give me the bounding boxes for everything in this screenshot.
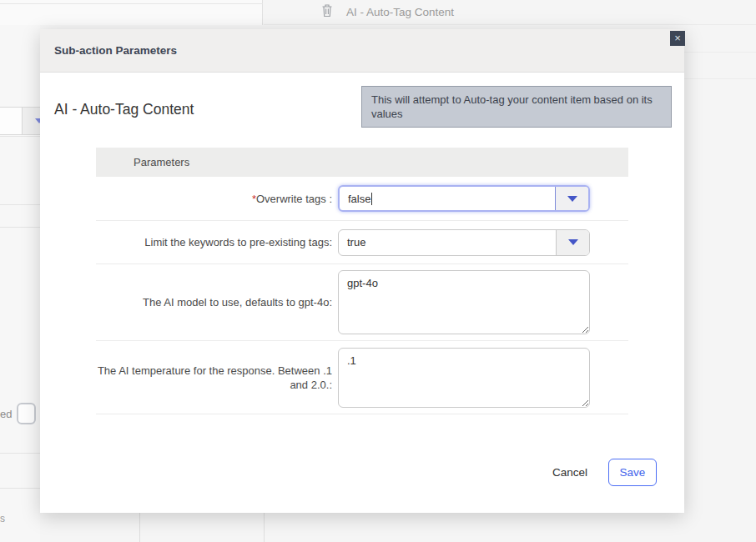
bg-divider	[0, 488, 40, 489]
select-value[interactable]: true	[339, 230, 556, 255]
sub-action-parameters-dialog: Sub-action Parameters × AI - Auto-Tag Co…	[40, 29, 684, 513]
parameters-section-header: Parameters	[96, 148, 628, 177]
bg-partial-dropdown-value	[0, 108, 23, 134]
field-label: *Overwrite tags :	[96, 192, 332, 206]
info-note: This will attempt to Auto-tag your conte…	[361, 86, 672, 128]
dialog-header: Sub-action Parameters ×	[40, 29, 684, 73]
bg-divider	[0, 453, 40, 454]
field-control: true	[338, 229, 590, 256]
close-icon[interactable]: ×	[670, 31, 685, 46]
ai-temperature-textarea[interactable]: .1	[338, 348, 590, 408]
screen: AI - Auto-Tag Content ed s Sub-action Pa…	[0, 0, 756, 542]
ai-model-textarea[interactable]: gpt-4o	[338, 270, 590, 334]
bg-column-divider	[264, 509, 265, 542]
select-value-text: false	[348, 193, 370, 205]
select-value[interactable]: false	[340, 187, 555, 210]
bg-partial-dropdown[interactable]	[0, 107, 46, 135]
save-button[interactable]: Save	[608, 459, 657, 486]
bg-divider	[0, 204, 40, 205]
bg-panel-topleft	[0, 0, 263, 25]
bg-text-fragment: s	[0, 513, 5, 524]
dialog-footer: Cancel Save	[552, 459, 657, 486]
chevron-down-icon	[567, 196, 577, 202]
field-control: .1	[338, 348, 590, 408]
chevron-down-icon	[568, 239, 578, 245]
bg-divider	[0, 227, 40, 228]
text-cursor	[371, 193, 372, 205]
param-row-overwrite-tags: *Overwrite tags : false	[96, 177, 628, 221]
select-dropdown-button[interactable]	[556, 230, 589, 255]
limit-keywords-select[interactable]: true	[338, 229, 590, 256]
trash-icon[interactable]	[321, 3, 333, 21]
select-value-text: true	[347, 236, 365, 248]
field-control: false	[338, 185, 590, 212]
parameters-form: Parameters *Overwrite tags : false	[96, 148, 628, 414]
field-label: The AI model to use, defaults to gpt-4o:	[96, 295, 332, 309]
dialog-title: Sub-action Parameters	[54, 29, 177, 73]
field-label: The AI temperature for the response. Bet…	[96, 364, 332, 392]
bg-checkbox[interactable]	[17, 403, 36, 424]
bg-action-item[interactable]: AI - Auto-Tag Content	[321, 3, 454, 21]
bg-column-divider	[139, 509, 140, 542]
param-row-ai-model: The AI model to use, defaults to gpt-4o:…	[96, 264, 628, 341]
field-control: gpt-4o	[338, 270, 590, 334]
bg-header-bar: AI - Auto-Tag Content	[264, 0, 756, 25]
bg-action-label: AI - Auto-Tag Content	[346, 6, 454, 18]
bg-checkbox-label: ed	[0, 408, 12, 420]
bg-divider	[0, 3, 263, 4]
bg-divider	[0, 136, 40, 137]
param-row-limit-keywords: Limit the keywords to pre-existing tags:…	[96, 221, 628, 264]
select-dropdown-button[interactable]	[555, 187, 588, 210]
field-label: Limit the keywords to pre-existing tags:	[96, 235, 332, 249]
overwrite-tags-select[interactable]: false	[338, 185, 590, 212]
bg-left-strip	[0, 25, 40, 542]
cancel-button[interactable]: Cancel	[552, 466, 587, 479]
action-name-heading: AI - Auto-Tag Content	[54, 101, 194, 118]
param-row-ai-temperature: The AI temperature for the response. Bet…	[96, 341, 628, 414]
